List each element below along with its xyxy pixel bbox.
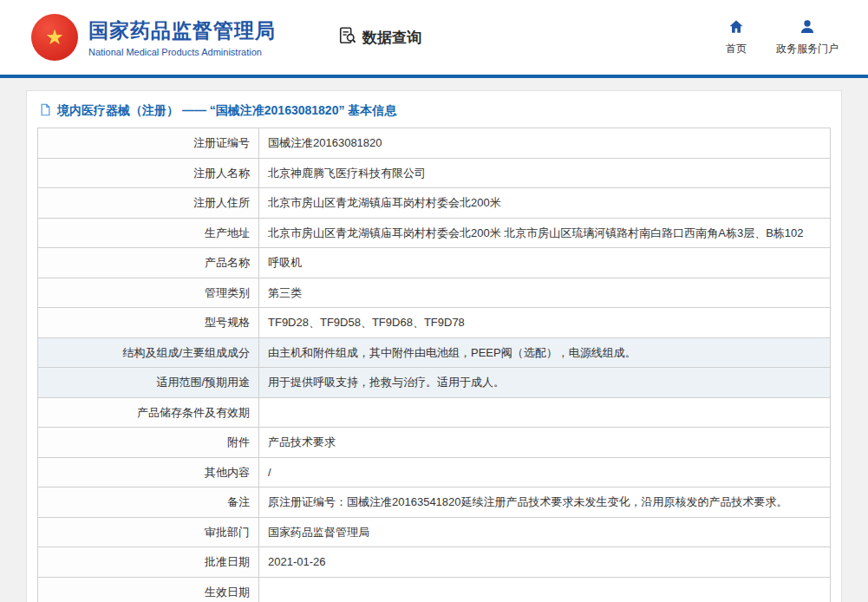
nmpa-emblem-logo: ★ — [31, 14, 78, 61]
row-value: 国械注准20163081820 — [259, 128, 831, 159]
table-row: 备注 原注册证编号：国械注准20163541820延续注册产品技术要求未发生变化… — [38, 487, 831, 518]
row-value: 北京市房山区青龙湖镇庙耳岗村村委会北200米 北京市房山区琉璃河镇路村南白路口西… — [259, 218, 831, 248]
user-icon — [799, 18, 816, 38]
agency-name-en: National Medical Products Administration — [88, 47, 276, 57]
nav-gov-portal[interactable]: 政务服务门户 — [776, 18, 839, 56]
row-value: 原注册证编号：国械注准20163541820延续注册产品技术要求未发生变化，沿用… — [259, 487, 831, 518]
row-value: 呼吸机 — [259, 248, 831, 278]
row-value: 北京神鹿腾飞医疗科技有限公司 — [259, 158, 831, 188]
registration-info-table: 注册证编号 国械注准20163081820 注册人名称 北京神鹿腾飞医疗科技有限… — [37, 128, 831, 602]
nav-gov-portal-label: 政务服务门户 — [776, 42, 839, 56]
row-label: 注册人住所 — [38, 188, 259, 219]
detail-panel: 境内医疗器械（注册） —— “国械注准20163081820” 基本信息 注册证… — [26, 90, 842, 602]
table-row: 审批部门 国家药品监督管理局 — [38, 517, 831, 547]
row-label: 适用范围/预期用途 — [38, 368, 259, 398]
row-value — [259, 577, 831, 602]
row-label: 注册证编号 — [38, 128, 259, 159]
row-value: 产品技术要求 — [259, 428, 831, 458]
table-row: 注册人名称 北京神鹿腾飞医疗科技有限公司 — [38, 158, 831, 188]
row-label: 审批部门 — [38, 517, 259, 547]
site-header: ★ 国家药品监督管理局 National Medical Products Ad… — [0, 0, 868, 75]
panel-title-bar: 境内医疗器械（注册） —— “国械注准20163081820” 基本信息 — [37, 100, 831, 128]
table-row: 管理类别 第三类 — [38, 278, 831, 308]
row-label: 产品储存条件及有效期 — [38, 397, 259, 428]
nav-home[interactable]: 首页 — [726, 18, 747, 56]
row-value: 用于提供呼吸支持，抢救与治疗。适用于成人。 — [259, 368, 831, 398]
row-label: 批准日期 — [38, 547, 259, 578]
table-row: 其他内容 / — [38, 457, 831, 487]
row-label: 生效日期 — [38, 577, 259, 602]
row-label: 管理类别 — [38, 278, 259, 308]
row-label: 注册人名称 — [38, 158, 259, 188]
row-value: 2021-01-26 — [259, 547, 831, 578]
row-value — [259, 397, 831, 428]
document-icon — [39, 103, 52, 119]
table-row: 适用范围/预期用途 用于提供呼吸支持，抢救与治疗。适用于成人。 — [38, 368, 831, 398]
data-query-section[interactable]: 数据查询 — [338, 26, 421, 49]
table-row: 型号规格 TF9D28、TF9D58、TF9D68、TF9D78 — [38, 308, 831, 338]
emblem-star-icon: ★ — [45, 27, 64, 48]
table-row: 附件 产品技术要求 — [38, 428, 831, 458]
agency-title-block: 国家药品监督管理局 National Medical Products Admi… — [88, 17, 276, 57]
agency-name-zh: 国家药品监督管理局 — [88, 17, 276, 44]
row-label: 型号规格 — [38, 308, 259, 338]
search-document-icon — [338, 26, 357, 49]
row-label: 产品名称 — [38, 248, 259, 278]
table-row: 产品名称 呼吸机 — [38, 248, 831, 278]
table-row: 注册证编号 国械注准20163081820 — [38, 128, 831, 159]
table-row: 产品储存条件及有效期 — [38, 397, 831, 428]
main-content: 境内医疗器械（注册） —— “国械注准20163081820” 基本信息 注册证… — [0, 78, 868, 602]
row-value: 第三类 — [259, 278, 831, 308]
home-icon — [728, 18, 745, 38]
row-value: TF9D28、TF9D58、TF9D68、TF9D78 — [259, 308, 831, 338]
row-value: 北京市房山区青龙湖镇庙耳岗村村委会北200米 — [259, 188, 831, 219]
row-value: / — [259, 457, 831, 487]
page-title: 境内医疗器械（注册） —— “国械注准20163081820” 基本信息 — [57, 103, 396, 119]
row-label: 附件 — [38, 428, 259, 458]
row-label: 其他内容 — [38, 457, 259, 487]
data-query-label: 数据查询 — [362, 28, 421, 48]
header-nav: 首页 政务服务门户 — [726, 18, 839, 56]
table-row: 批准日期 2021-01-26 — [38, 547, 831, 578]
table-row: 结构及组成/主要组成成分 由主机和附件组成，其中附件由电池组，PEEP阀（选配）… — [38, 337, 831, 368]
row-label: 备注 — [38, 487, 259, 518]
row-value: 国家药品监督管理局 — [259, 517, 831, 547]
table-row: 生效日期 — [38, 577, 831, 602]
table-row: 注册人住所 北京市房山区青龙湖镇庙耳岗村村委会北200米 — [38, 188, 831, 219]
row-value: 由主机和附件组成，其中附件由电池组，PEEP阀（选配），电源线组成。 — [259, 337, 831, 368]
row-label: 结构及组成/主要组成成分 — [38, 337, 259, 368]
nav-home-label: 首页 — [726, 42, 747, 56]
row-label: 生产地址 — [38, 218, 259, 248]
table-row: 生产地址 北京市房山区青龙湖镇庙耳岗村村委会北200米 北京市房山区琉璃河镇路村… — [38, 218, 831, 248]
